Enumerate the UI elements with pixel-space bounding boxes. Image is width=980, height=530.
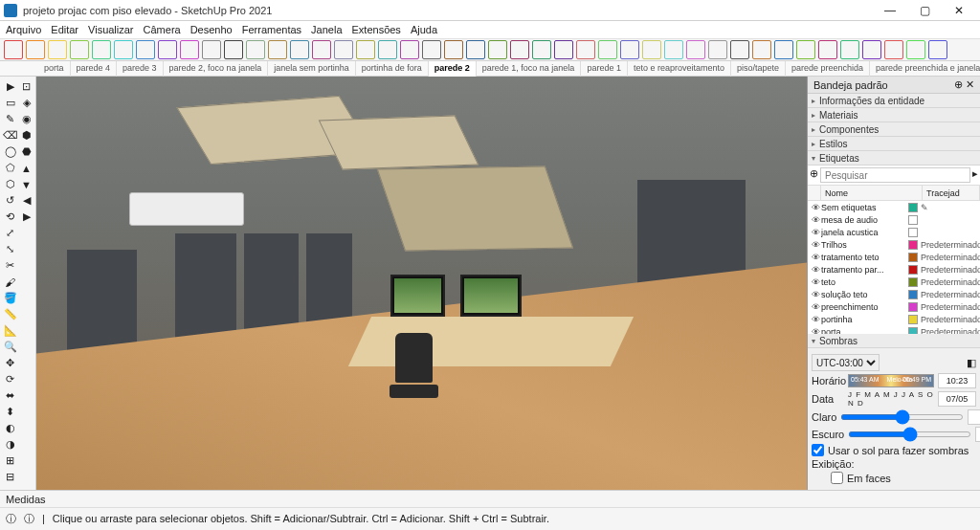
- tool-button-21[interactable]: ◐: [2, 420, 18, 436]
- toolbar-button-6[interactable]: [136, 40, 155, 59]
- dark-slider[interactable]: [848, 431, 971, 437]
- tool-button-26[interactable]: ◈: [18, 95, 34, 111]
- menu-editar[interactable]: Editar: [51, 24, 78, 35]
- toolbar-button-12[interactable]: [268, 40, 287, 59]
- date-input[interactable]: [938, 391, 976, 407]
- tag-color-swatch[interactable]: [908, 203, 918, 212]
- toolbar-button-31[interactable]: [686, 40, 705, 59]
- toolbar-button-0[interactable]: [4, 40, 23, 59]
- tool-button-19[interactable]: ⬌: [2, 387, 18, 404]
- shadow-toggle-icon[interactable]: ◧: [967, 357, 976, 369]
- section-materials[interactable]: Materiais: [808, 108, 980, 122]
- tool-button-8[interactable]: ⟲: [2, 209, 18, 225]
- scene-tab[interactable]: parede 2, foco na janela: [164, 61, 269, 77]
- tool-button-22[interactable]: ◑: [2, 436, 18, 453]
- menu-ferramentas[interactable]: Ferramentas: [242, 24, 301, 35]
- scene-tab[interactable]: janela sem portinha: [268, 61, 356, 77]
- tool-button-11[interactable]: ✂: [2, 257, 18, 274]
- add-tag-icon[interactable]: ⊕: [810, 167, 818, 183]
- toolbar-button-24[interactable]: [532, 40, 551, 59]
- scene-tab[interactable]: parede 4: [71, 61, 118, 77]
- col-dash[interactable]: Tracejad: [923, 186, 980, 200]
- toolbar-button-4[interactable]: [92, 40, 111, 59]
- toolbar-button-38[interactable]: [840, 40, 859, 59]
- menu-câmera[interactable]: Câmera: [144, 24, 181, 35]
- tag-row[interactable]: 👁janela acustica: [808, 226, 980, 238]
- tag-row[interactable]: 👁Sem etiquetas✎: [808, 201, 980, 213]
- tag-row[interactable]: 👁portaPredeterminado: [808, 325, 980, 334]
- menu-extensões[interactable]: Extensões: [352, 24, 401, 35]
- viewport-3d[interactable]: [36, 77, 808, 490]
- tool-button-16[interactable]: 🔍: [2, 339, 18, 355]
- toolbar-button-39[interactable]: [862, 40, 881, 59]
- scene-tab[interactable]: parede preenchida e janela acustica: [870, 61, 980, 77]
- tool-button-9[interactable]: ⤢: [2, 225, 18, 241]
- faces-checkbox[interactable]: [831, 472, 843, 484]
- toolbar-button-15[interactable]: [334, 40, 353, 59]
- toolbar-button-34[interactable]: [752, 40, 771, 59]
- tool-button-31[interactable]: ▼: [18, 176, 34, 192]
- tool-button-4[interactable]: ◯: [2, 144, 18, 160]
- maximize-button[interactable]: ▢: [907, 1, 942, 20]
- tag-color-swatch[interactable]: [908, 315, 918, 324]
- tag-search-input[interactable]: [820, 167, 970, 183]
- tool-button-30[interactable]: ▲: [18, 160, 34, 176]
- tag-color-swatch[interactable]: [908, 290, 918, 299]
- toolbar-button-11[interactable]: [246, 40, 265, 59]
- tool-button-0[interactable]: ▶: [2, 78, 18, 95]
- visibility-icon[interactable]: 👁: [810, 290, 821, 299]
- tool-button-3[interactable]: ⌫: [2, 127, 18, 144]
- scene-tab[interactable]: parede 3: [117, 61, 164, 77]
- tool-button-2[interactable]: ✎: [2, 111, 18, 127]
- toolbar-button-35[interactable]: [774, 40, 793, 59]
- tag-row[interactable]: 👁tratamento tetoPredeterminado: [808, 251, 980, 263]
- toolbar-button-41[interactable]: [906, 40, 925, 59]
- tag-color-swatch[interactable]: [908, 215, 918, 225]
- toolbar-button-37[interactable]: [818, 40, 837, 59]
- scene-tab[interactable]: porta: [38, 61, 71, 77]
- col-name[interactable]: Nome: [821, 186, 923, 200]
- tag-color-swatch[interactable]: [908, 327, 918, 335]
- tool-button-29[interactable]: ⬣: [18, 144, 34, 160]
- toolbar-button-18[interactable]: [400, 40, 419, 59]
- tool-button-5[interactable]: ⬠: [2, 160, 18, 176]
- visibility-icon[interactable]: 👁: [810, 215, 821, 225]
- toolbar-button-17[interactable]: [378, 40, 397, 59]
- tool-button-10[interactable]: ⤡: [2, 241, 18, 257]
- tag-color-swatch[interactable]: [908, 253, 918, 262]
- toolbar-button-26[interactable]: [576, 40, 595, 59]
- tray-pin-icon[interactable]: ⊕: [954, 78, 963, 90]
- tool-button-13[interactable]: 🪣: [2, 290, 18, 306]
- scene-tab[interactable]: portinha de fora: [356, 61, 429, 77]
- section-tags[interactable]: Etiquetas: [808, 151, 980, 166]
- close-button[interactable]: ✕: [942, 1, 976, 20]
- tool-button-1[interactable]: ▭: [2, 95, 18, 111]
- visibility-icon[interactable]: 👁: [810, 265, 821, 275]
- scene-tab[interactable]: parede 1, foco na janela: [477, 61, 582, 77]
- section-entity-info[interactable]: Informações da entidade: [808, 94, 980, 108]
- toolbar-button-13[interactable]: [290, 40, 309, 59]
- tag-row[interactable]: 👁mesa de audio: [808, 213, 980, 226]
- month-scale[interactable]: J F M A M J J A S O N D: [848, 390, 934, 408]
- section-styles[interactable]: Estilos: [808, 137, 980, 151]
- tool-button-7[interactable]: ↺: [2, 192, 18, 209]
- toolbar-button-22[interactable]: [488, 40, 507, 59]
- toolbar-button-9[interactable]: [202, 40, 221, 59]
- tag-color-swatch[interactable]: [908, 265, 918, 275]
- tool-button-23[interactable]: ⊞: [2, 453, 18, 469]
- tool-button-25[interactable]: ⊡: [18, 78, 34, 95]
- tool-button-32[interactable]: ◀: [18, 192, 34, 209]
- tag-menu-icon[interactable]: ▸: [972, 167, 978, 183]
- tool-button-6[interactable]: ⬡: [2, 176, 18, 192]
- section-components[interactable]: Componentes: [808, 122, 980, 137]
- toolbar-button-21[interactable]: [466, 40, 485, 59]
- visibility-icon[interactable]: 👁: [810, 203, 821, 212]
- visibility-icon[interactable]: 👁: [810, 240, 821, 250]
- toolbar-button-16[interactable]: [356, 40, 375, 59]
- toolbar-button-33[interactable]: [730, 40, 749, 59]
- tag-color-swatch[interactable]: [908, 302, 918, 312]
- toolbar-button-29[interactable]: [642, 40, 661, 59]
- toolbar-button-3[interactable]: [70, 40, 89, 59]
- scene-tab[interactable]: parede 2: [429, 61, 477, 77]
- section-shadows[interactable]: Sombras: [808, 334, 980, 348]
